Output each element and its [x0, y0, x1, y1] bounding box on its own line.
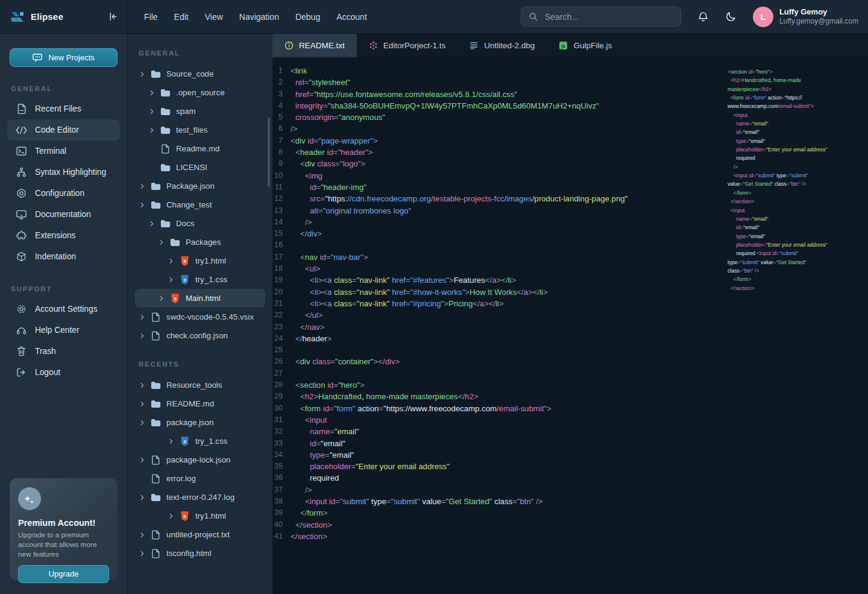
code-line[interactable]: 13alt="original trombones logo" — [272, 205, 711, 216]
tree-scrollbar[interactable] — [268, 118, 270, 188]
code-line[interactable]: 11id="header-img" — [272, 182, 711, 193]
code-line[interactable]: 39</form> — [272, 507, 711, 519]
tab-untlited-2-dbg[interactable]: Untlited-2.dbg — [458, 34, 547, 57]
sidebar-item-extensions[interactable]: Extensions — [7, 225, 120, 246]
code-line[interactable]: 32name="email" — [272, 426, 711, 437]
code-line[interactable]: 10<img — [272, 170, 711, 182]
chevron-right-icon[interactable] — [168, 258, 174, 264]
tree-item-try-1-css[interactable]: 3try_1.css — [135, 432, 265, 450]
tree-item-main-html[interactable]: 5Main.html — [135, 289, 265, 308]
code-line[interactable]: 4integrity="sha384-50oBUHEmvpQ+1lW4y57PT… — [272, 100, 711, 112]
tree-item-test-files[interactable]: test_files — [135, 121, 265, 139]
tree-item-untlited-project-txt[interactable]: untlited-project.txt — [135, 525, 265, 544]
code-line[interactable]: 37/> — [272, 484, 711, 496]
chevron-right-icon[interactable] — [139, 202, 145, 208]
upgrade-button[interactable]: Upgrade — [18, 565, 109, 583]
chevron-right-icon[interactable] — [139, 401, 145, 407]
tree-item-text-error-0-247-log[interactable]: text-error-0.247.log — [135, 488, 265, 507]
tree-item-readme-md[interactable]: Readme.md — [135, 139, 265, 158]
tree-item-readme-md[interactable]: README.md — [135, 394, 265, 413]
code-line[interactable]: 26<div class="container"></div> — [272, 356, 711, 367]
tree-item-error-log[interactable]: error.log — [135, 469, 265, 488]
chevron-right-icon[interactable] — [139, 382, 145, 388]
tab-gulpfile-js[interactable]: jsGulpFile.js — [547, 34, 624, 57]
sidebar-item-account-settings[interactable]: Account Settings — [7, 299, 120, 320]
tree-item-swdc-vscode-0-5-45-vsix[interactable]: swdc-vscode-0.5.45.vsix — [135, 308, 265, 326]
code-line[interactable]: 1<link — [272, 65, 711, 77]
tree-item-try1-html[interactable]: 5try1.html — [135, 251, 265, 270]
tab-readme-txt[interactable]: README.txt — [272, 34, 357, 57]
code-line[interactable]: 6/> — [272, 123, 711, 134]
tree-item-check-config-json[interactable]: check.config.json — [135, 326, 265, 345]
chevron-right-icon[interactable] — [168, 438, 174, 444]
code-line[interactable]: 17<nav id="nav-bar"> — [272, 251, 711, 263]
menu-item-file[interactable]: File — [144, 12, 158, 22]
tree-item-packages[interactable]: Packages — [135, 233, 265, 251]
tree-item-licensi[interactable]: LICENSI — [135, 158, 265, 177]
chevron-right-icon[interactable] — [139, 494, 145, 501]
tree-item-docs[interactable]: Docs — [135, 214, 265, 233]
code-line[interactable]: 19<li><a class="nav-link" href="#feature… — [272, 274, 711, 286]
tree-item-source-code[interactable]: Source_code — [135, 65, 265, 83]
code-line[interactable]: 28<section id="hero"> — [272, 379, 711, 391]
chevron-right-icon[interactable] — [168, 513, 174, 519]
notifications-bell-icon[interactable] — [697, 11, 709, 23]
sidebar-item-documentation[interactable]: Documentation — [7, 204, 120, 225]
tab-editorporject-1-ts[interactable]: EditorPorject-1.ts — [357, 34, 458, 57]
chevron-right-icon[interactable] — [148, 221, 155, 227]
search-input[interactable] — [544, 11, 673, 22]
sidebar-item-code-editor[interactable]: Code Editor — [7, 119, 120, 141]
code-line[interactable]: 24</header> — [272, 333, 711, 344]
tree-item-try1-html[interactable]: 5try1.html — [135, 507, 265, 525]
tree-item-change-test[interactable]: Change_test — [135, 195, 265, 214]
chevron-right-icon[interactable] — [139, 314, 145, 320]
code-line[interactable]: 35placeholder="Enter your email address" — [272, 461, 711, 472]
chevron-right-icon[interactable] — [148, 109, 155, 115]
code-line[interactable]: 27 — [272, 368, 711, 379]
chevron-right-icon[interactable] — [139, 457, 145, 463]
user-avatar[interactable]: L — [753, 7, 773, 27]
chevron-right-icon[interactable] — [139, 420, 145, 426]
code-line[interactable]: 18<ul> — [272, 263, 711, 274]
code-line[interactable]: 29<h2>Handcrafted, home-made masterpiece… — [272, 391, 711, 402]
sidebar-collapse-icon[interactable] — [108, 11, 118, 22]
tree-item-resuorce-tools[interactable]: Resuorce_tools — [135, 376, 265, 394]
menu-item-debug[interactable]: Debug — [295, 12, 320, 22]
code-line[interactable]: 8<header id="header"> — [272, 147, 711, 158]
editor-minimap[interactable]: <section id="hero"> <h2>Handcrafted, hom… — [711, 57, 868, 594]
code-line[interactable]: 41</section> — [272, 531, 711, 542]
code-editor-area[interactable]: 1<link2rel="stylesheet"3href="https://us… — [272, 57, 711, 594]
tree-item-tsconfig-html[interactable]: tsconfig.html — [135, 544, 265, 563]
code-line[interactable]: 40</section> — [272, 519, 711, 531]
menu-item-edit[interactable]: Edit — [174, 12, 189, 22]
chevron-right-icon[interactable] — [139, 532, 145, 538]
dark-mode-moon-icon[interactable] — [725, 11, 737, 22]
code-line[interactable]: 36required — [272, 472, 711, 484]
tree-item-spam[interactable]: spam — [135, 102, 265, 121]
chevron-right-icon[interactable] — [148, 127, 155, 133]
menu-item-navigation[interactable]: Navigation — [239, 12, 279, 22]
code-line[interactable]: 3href="https://use.fontawesome.com/relea… — [272, 89, 711, 100]
menu-item-view[interactable]: View — [205, 12, 223, 22]
search-box[interactable] — [521, 7, 681, 27]
code-line[interactable]: 5crossorigin="anonymous" — [272, 112, 711, 123]
sidebar-item-trash[interactable]: Trash — [7, 341, 120, 362]
code-line[interactable]: 14/> — [272, 216, 711, 228]
code-line[interactable]: 16 — [272, 239, 711, 251]
chevron-right-icon[interactable] — [168, 277, 174, 283]
chevron-right-icon[interactable] — [139, 551, 145, 557]
code-line[interactable]: 2rel="stylesheet" — [272, 77, 711, 88]
sidebar-item-recent-files[interactable]: Recent Files — [7, 98, 120, 119]
sidebar-item-logout[interactable]: Logout — [7, 362, 120, 383]
code-line[interactable]: 22</ul> — [272, 309, 711, 321]
code-line[interactable]: 21<li><a class="nav-link" href="#pricing… — [272, 298, 711, 309]
code-line[interactable]: 20<li><a class="nav-link" href="#how-it-… — [272, 286, 711, 298]
sidebar-item-syntax-highlighting[interactable]: Syntax Highlighting — [7, 162, 120, 183]
code-line[interactable]: 7<div id="page-wrapper"> — [272, 135, 711, 147]
code-line[interactable]: 15</div> — [272, 228, 711, 239]
menu-item-account[interactable]: Account — [336, 12, 367, 22]
code-line[interactable]: 38<input id="submit" type="submit" value… — [272, 496, 711, 507]
tree-item-package-json[interactable]: package.json — [135, 413, 265, 432]
tree-item-open-source[interactable]: .open_source — [135, 83, 265, 102]
code-line[interactable]: 12src="https://cdn.freecodecamp.org/test… — [272, 193, 711, 204]
